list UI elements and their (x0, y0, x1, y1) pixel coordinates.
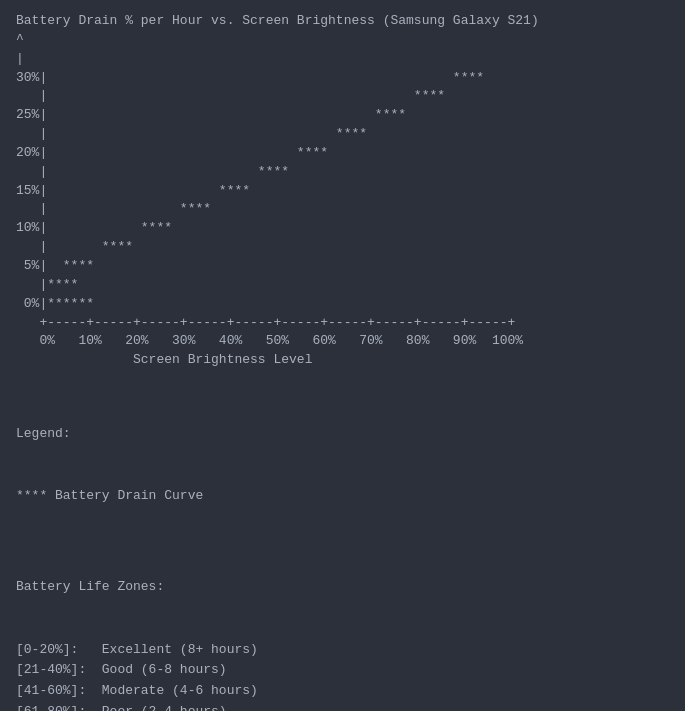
zones-list: [0-20%]: Excellent (8+ hours)[21-40%]: G… (16, 640, 669, 711)
chart-body: ^ | 30%| **** | **** 25%| **** | (16, 31, 669, 370)
zone-item: [61-80%]: Poor (2-4 hours) (16, 702, 669, 711)
zones-header: Battery Life Zones: (16, 577, 669, 598)
chart-title: Battery Drain % per Hour vs. Screen Brig… (16, 12, 669, 31)
legend-section: Legend: **** Battery Drain Curve (16, 382, 669, 528)
zone-item: [41-60%]: Moderate (4-6 hours) (16, 681, 669, 702)
zone-item: [21-40%]: Good (6-8 hours) (16, 660, 669, 681)
chart-section: Battery Drain % per Hour vs. Screen Brig… (16, 12, 669, 370)
zone-item: [0-20%]: Excellent (8+ hours) (16, 640, 669, 661)
legend-header: Legend: (16, 424, 669, 445)
legend-item: **** Battery Drain Curve (16, 486, 669, 507)
zones-section: Battery Life Zones: [0-20%]: Excellent (… (16, 536, 669, 711)
